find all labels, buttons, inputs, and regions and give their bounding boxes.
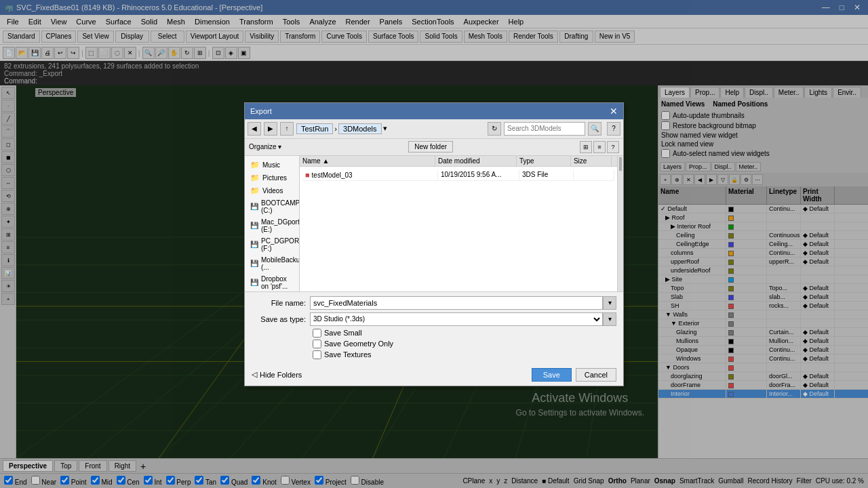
sidebar-bootcamp[interactable]: 💾 BOOTCAMP (C:): [245, 197, 299, 216]
modal-help-icon[interactable]: ?: [607, 141, 619, 153]
sidebar-label-pictures: Pictures: [262, 174, 287, 182]
modal-sidebar: 📁 Music 📁 Pictures 📁 Videos 💾 BOOTCAMP (…: [245, 156, 300, 291]
save-small-row: Save Small: [313, 329, 616, 338]
filename-row: File name: ▾: [252, 296, 616, 310]
file-type-testmodel: 3DS File: [519, 169, 574, 180]
file-list[interactable]: ■testModel_03 10/19/2015 9:56 A... 3DS F…: [300, 167, 617, 291]
file-row-testmodel[interactable]: ■testModel_03 10/19/2015 9:56 A... 3DS F…: [302, 169, 614, 181]
hide-folders-label: Hide Folders: [260, 371, 302, 379]
sidebar-mac-dgport[interactable]: 💾 Mac_DGport (E:): [245, 216, 299, 235]
savetype-row: Save as type: 3D Studio (*.3ds) ▾: [252, 312, 616, 326]
col-size-header[interactable]: Size: [571, 156, 612, 166]
col-type-header[interactable]: Type: [517, 156, 571, 166]
drive-icon-mac: 💾: [250, 222, 258, 229]
breadcrumb-testrun[interactable]: TestRun: [296, 123, 333, 134]
drive-icon-pc: 💾: [250, 241, 258, 248]
hide-folders-button[interactable]: ◁ Hide Folders: [252, 370, 302, 379]
drive-icon-mobile: 💾: [250, 260, 258, 267]
sidebar-label-mac: Mac_DGport (E:): [261, 218, 300, 233]
sidebar-videos[interactable]: 📁 Videos: [245, 184, 299, 197]
sidebar-label-dropbox: Dropbox on 'psf'...: [261, 275, 294, 290]
sidebar-label-music: Music: [262, 161, 280, 169]
save-textures-checkbox[interactable]: [313, 350, 321, 359]
save-geometry-label: Save Geometry Only: [324, 340, 393, 348]
sidebar-pc-dgport[interactable]: 💾 PC_DGPORT (F:): [245, 235, 299, 254]
modal-close-button[interactable]: ✕: [610, 106, 618, 117]
breadcrumb: TestRun › 3DModels ▾: [296, 123, 485, 134]
modal-toolbar: Organize ▾ New folder ⊞ ≡ ?: [245, 139, 623, 156]
savetype-dropdown-btn[interactable]: ▾: [603, 312, 616, 326]
export-dialog: Export ✕ ◀ ▶ ↑ TestRun › 3DModels ▾ ↻ 🔍 …: [244, 102, 624, 386]
file-list-container: Name ▲ Date modified Type Size ■testMode…: [300, 156, 617, 291]
modal-title: Export: [250, 107, 272, 115]
bc-dropdown-icon[interactable]: ▾: [383, 124, 387, 133]
folder-icon: 📁: [250, 161, 260, 169]
col-date-header[interactable]: Date modified: [435, 156, 517, 166]
help-button[interactable]: ?: [607, 122, 620, 136]
save-button[interactable]: Save: [532, 368, 572, 382]
modal-action-buttons: Save Cancel: [532, 368, 616, 382]
modal-scrollbar[interactable]: [617, 156, 623, 291]
hide-folders-icon: ◁: [252, 370, 257, 379]
save-small-label: Save Small: [324, 329, 362, 337]
modal-body: 📁 Music 📁 Pictures 📁 Videos 💾 BOOTCAMP (…: [245, 156, 623, 291]
folder-icon-videos: 📁: [250, 186, 260, 195]
filename-label: File name:: [252, 299, 306, 307]
save-textures-label: Save Textures: [324, 350, 372, 359]
drive-icon-bootcamp: 💾: [250, 203, 258, 210]
sidebar-music[interactable]: 📁 Music: [245, 159, 299, 171]
savetype-select[interactable]: 3D Studio (*.3ds): [310, 312, 603, 326]
savetype-label: Save as type:: [252, 315, 306, 323]
nav-refresh-button[interactable]: ↻: [488, 122, 501, 136]
organize-button[interactable]: Organize ▾: [249, 143, 281, 150]
view-detail-icon[interactable]: ≡: [593, 141, 606, 153]
filename-input[interactable]: [310, 296, 603, 310]
nav-forward-button[interactable]: ▶: [264, 122, 277, 136]
filename-dropdown-btn[interactable]: ▾: [603, 296, 616, 310]
sidebar-pictures[interactable]: 📁 Pictures: [245, 171, 299, 184]
folder-icon-pictures: 📁: [250, 174, 260, 182]
search-button[interactable]: 🔍: [588, 122, 601, 136]
bc-sep: ›: [334, 125, 337, 133]
file-icon-3ds: ■: [305, 171, 310, 179]
nav-up-button[interactable]: ↑: [280, 122, 294, 136]
breadcrumb-3dmodels[interactable]: 3DModels: [338, 123, 382, 134]
save-textures-row: Save Textures: [313, 350, 616, 359]
modal-footer: File name: ▾ Save as type: 3D Studio (*.…: [245, 291, 623, 365]
sidebar-label-pc: PC_DGPORT (F:): [261, 237, 300, 252]
file-name-testmodel: ■testModel_03: [302, 169, 438, 180]
sidebar-label-videos: Videos: [262, 187, 283, 195]
modal-bottom-bar: ◁ Hide Folders Save Cancel: [245, 365, 623, 386]
col-name-header[interactable]: Name ▲: [300, 156, 435, 166]
file-list-header: Name ▲ Date modified Type Size: [300, 156, 617, 167]
save-small-checkbox[interactable]: [313, 329, 321, 338]
new-folder-button[interactable]: New folder: [408, 141, 453, 152]
file-size-testmodel: [574, 169, 614, 180]
sidebar-label-bootcamp: BOOTCAMP (C:): [261, 199, 300, 214]
cancel-button[interactable]: Cancel: [576, 368, 616, 382]
search-input[interactable]: [504, 122, 585, 136]
file-date-testmodel: 10/19/2015 9:56 A...: [438, 169, 519, 180]
save-geometry-row: Save Geometry Only: [313, 340, 616, 348]
save-geometry-checkbox[interactable]: [313, 340, 321, 348]
nav-back-button[interactable]: ◀: [248, 122, 261, 136]
modal-nav: ◀ ▶ ↑ TestRun › 3DModels ▾ ↻ 🔍 ?: [245, 119, 623, 139]
sidebar-mobile[interactable]: 💾 MobileBackups (...: [245, 254, 299, 273]
modal-overlay[interactable]: Export ✕ ◀ ▶ ↑ TestRun › 3DModels ▾ ↻ 🔍 …: [0, 0, 868, 488]
sidebar-dropbox[interactable]: 💾 Dropbox on 'psf'...: [245, 273, 299, 291]
drive-icon-dropbox: 💾: [250, 279, 258, 286]
modal-titlebar: Export ✕: [245, 103, 623, 119]
sidebar-label-mobile: MobileBackups (...: [261, 256, 300, 271]
view-mode-icon[interactable]: ⊞: [580, 141, 592, 153]
